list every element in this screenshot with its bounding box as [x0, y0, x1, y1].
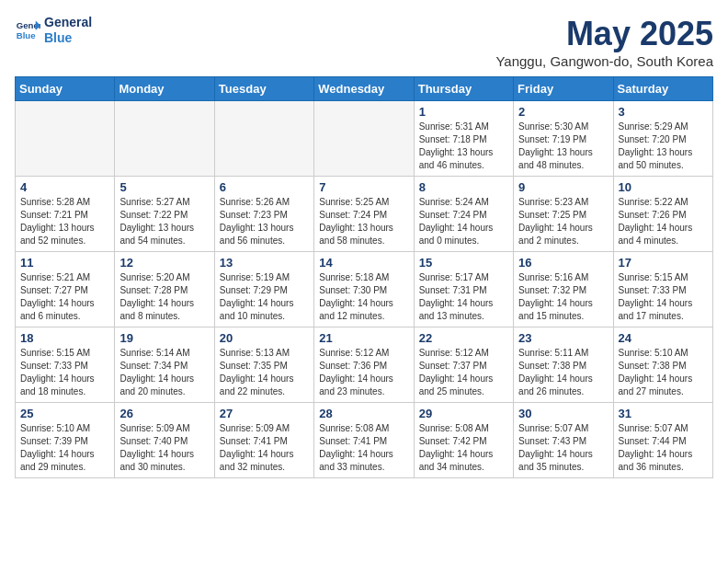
calendar-cell: 7Sunrise: 5:25 AM Sunset: 7:24 PM Daylig…: [314, 177, 414, 252]
calendar-cell: 29Sunrise: 5:08 AM Sunset: 7:42 PM Dayli…: [414, 403, 513, 478]
day-info: Sunrise: 5:24 AM Sunset: 7:24 PM Dayligh…: [419, 196, 508, 247]
day-number: 10: [619, 180, 708, 194]
day-info: Sunrise: 5:20 AM Sunset: 7:28 PM Dayligh…: [119, 271, 209, 323]
calendar-cell: 12Sunrise: 5:20 AM Sunset: 7:28 PM Dayli…: [115, 252, 214, 327]
calendar-cell: 14Sunrise: 5:18 AM Sunset: 7:30 PM Dayli…: [314, 252, 414, 327]
calendar-cell: 9Sunrise: 5:23 AM Sunset: 7:25 PM Daylig…: [514, 177, 613, 252]
day-number: 2: [518, 105, 608, 119]
weekday-header-friday: Friday: [514, 77, 613, 101]
day-info: Sunrise: 5:18 AM Sunset: 7:30 PM Dayligh…: [319, 271, 408, 323]
calendar-week-row: 1Sunrise: 5:31 AM Sunset: 7:18 PM Daylig…: [16, 101, 713, 177]
svg-text:Blue: Blue: [17, 30, 36, 40]
day-number: 6: [220, 180, 309, 194]
calendar-table: SundayMondayTuesdayWednesdayThursdayFrid…: [15, 76, 713, 478]
day-number: 11: [20, 256, 109, 270]
calendar-cell: 27Sunrise: 5:09 AM Sunset: 7:41 PM Dayli…: [214, 403, 313, 478]
calendar-cell: 26Sunrise: 5:09 AM Sunset: 7:40 PM Dayli…: [115, 403, 214, 478]
weekday-header-row: SundayMondayTuesdayWednesdayThursdayFrid…: [16, 77, 713, 101]
day-info: Sunrise: 5:07 AM Sunset: 7:43 PM Dayligh…: [518, 422, 608, 474]
day-info: Sunrise: 5:09 AM Sunset: 7:40 PM Dayligh…: [119, 422, 209, 474]
day-number: 12: [119, 256, 209, 270]
day-info: Sunrise: 5:22 AM Sunset: 7:26 PM Dayligh…: [619, 196, 708, 247]
logo: General Blue General Blue: [15, 15, 92, 46]
calendar-cell: 10Sunrise: 5:22 AM Sunset: 7:26 PM Dayli…: [613, 177, 712, 252]
day-number: 5: [119, 180, 209, 194]
calendar-cell: 20Sunrise: 5:13 AM Sunset: 7:35 PM Dayli…: [214, 327, 313, 403]
day-info: Sunrise: 5:19 AM Sunset: 7:29 PM Dayligh…: [220, 271, 309, 323]
day-number: 24: [619, 331, 708, 345]
day-info: Sunrise: 5:27 AM Sunset: 7:22 PM Dayligh…: [119, 196, 209, 247]
day-info: Sunrise: 5:09 AM Sunset: 7:41 PM Dayligh…: [220, 422, 309, 474]
day-info: Sunrise: 5:29 AM Sunset: 7:20 PM Dayligh…: [619, 121, 708, 172]
calendar-cell: 22Sunrise: 5:12 AM Sunset: 7:37 PM Dayli…: [414, 327, 513, 403]
calendar-cell: [16, 101, 115, 177]
calendar-cell: 18Sunrise: 5:15 AM Sunset: 7:33 PM Dayli…: [16, 327, 115, 403]
calendar-week-row: 11Sunrise: 5:21 AM Sunset: 7:27 PM Dayli…: [16, 252, 713, 327]
calendar-cell: 2Sunrise: 5:30 AM Sunset: 7:19 PM Daylig…: [514, 101, 613, 177]
day-number: 26: [119, 407, 209, 420]
day-info: Sunrise: 5:25 AM Sunset: 7:24 PM Dayligh…: [319, 196, 408, 247]
day-info: Sunrise: 5:12 AM Sunset: 7:36 PM Dayligh…: [319, 347, 408, 398]
day-number: 18: [20, 331, 109, 345]
calendar-cell: 17Sunrise: 5:15 AM Sunset: 7:33 PM Dayli…: [613, 252, 712, 327]
day-number: 31: [619, 407, 708, 420]
day-info: Sunrise: 5:31 AM Sunset: 7:18 PM Dayligh…: [419, 121, 508, 172]
calendar-cell: 21Sunrise: 5:12 AM Sunset: 7:36 PM Dayli…: [314, 327, 414, 403]
calendar-cell: 28Sunrise: 5:08 AM Sunset: 7:41 PM Dayli…: [314, 403, 414, 478]
day-number: 23: [518, 331, 608, 345]
month-year-title: May 2025: [495, 15, 713, 53]
calendar-week-row: 4Sunrise: 5:28 AM Sunset: 7:21 PM Daylig…: [16, 177, 713, 252]
calendar-cell: 11Sunrise: 5:21 AM Sunset: 7:27 PM Dayli…: [16, 252, 115, 327]
day-info: Sunrise: 5:11 AM Sunset: 7:38 PM Dayligh…: [518, 347, 608, 398]
day-number: 19: [119, 331, 209, 345]
day-info: Sunrise: 5:17 AM Sunset: 7:31 PM Dayligh…: [419, 271, 508, 323]
location-subtitle: Yanggu, Gangwon-do, South Korea: [495, 53, 713, 69]
weekday-header-tuesday: Tuesday: [214, 77, 313, 101]
calendar-cell: 15Sunrise: 5:17 AM Sunset: 7:31 PM Dayli…: [414, 252, 513, 327]
day-number: 28: [319, 407, 408, 420]
calendar-cell: [214, 101, 313, 177]
day-number: 27: [220, 407, 309, 420]
day-number: 30: [518, 407, 608, 420]
day-number: 22: [419, 331, 508, 345]
calendar-cell: [115, 101, 214, 177]
day-info: Sunrise: 5:07 AM Sunset: 7:44 PM Dayligh…: [619, 422, 708, 474]
logo-icon: General Blue: [15, 17, 40, 43]
day-number: 14: [319, 256, 408, 270]
day-number: 29: [419, 407, 508, 420]
day-number: 15: [419, 256, 508, 270]
day-number: 8: [419, 180, 508, 194]
calendar-cell: 8Sunrise: 5:24 AM Sunset: 7:24 PM Daylig…: [414, 177, 513, 252]
logo-text-general: General: [44, 15, 92, 30]
calendar-week-row: 25Sunrise: 5:10 AM Sunset: 7:39 PM Dayli…: [16, 403, 713, 478]
day-info: Sunrise: 5:10 AM Sunset: 7:38 PM Dayligh…: [619, 347, 708, 398]
title-area: May 2025 Yanggu, Gangwon-do, South Korea: [495, 15, 713, 69]
day-info: Sunrise: 5:15 AM Sunset: 7:33 PM Dayligh…: [20, 347, 109, 398]
day-number: 25: [20, 407, 109, 420]
calendar-cell: 16Sunrise: 5:16 AM Sunset: 7:32 PM Dayli…: [514, 252, 613, 327]
day-info: Sunrise: 5:30 AM Sunset: 7:19 PM Dayligh…: [518, 121, 608, 172]
day-number: 4: [20, 180, 109, 194]
calendar-cell: 30Sunrise: 5:07 AM Sunset: 7:43 PM Dayli…: [514, 403, 613, 478]
calendar-cell: 24Sunrise: 5:10 AM Sunset: 7:38 PM Dayli…: [613, 327, 712, 403]
logo-text-blue: Blue: [44, 30, 92, 46]
day-info: Sunrise: 5:23 AM Sunset: 7:25 PM Dayligh…: [518, 196, 608, 247]
day-info: Sunrise: 5:28 AM Sunset: 7:21 PM Dayligh…: [20, 196, 109, 247]
calendar-cell: 3Sunrise: 5:29 AM Sunset: 7:20 PM Daylig…: [613, 101, 712, 177]
calendar-cell: 25Sunrise: 5:10 AM Sunset: 7:39 PM Dayli…: [16, 403, 115, 478]
calendar-cell: 31Sunrise: 5:07 AM Sunset: 7:44 PM Dayli…: [613, 403, 712, 478]
day-info: Sunrise: 5:08 AM Sunset: 7:41 PM Dayligh…: [319, 422, 408, 474]
day-info: Sunrise: 5:21 AM Sunset: 7:27 PM Dayligh…: [20, 271, 109, 323]
day-number: 16: [518, 256, 608, 270]
calendar-cell: [314, 101, 414, 177]
day-info: Sunrise: 5:14 AM Sunset: 7:34 PM Dayligh…: [119, 347, 209, 398]
calendar-cell: 13Sunrise: 5:19 AM Sunset: 7:29 PM Dayli…: [214, 252, 313, 327]
calendar-cell: 6Sunrise: 5:26 AM Sunset: 7:23 PM Daylig…: [214, 177, 313, 252]
day-info: Sunrise: 5:08 AM Sunset: 7:42 PM Dayligh…: [419, 422, 508, 474]
calendar-week-row: 18Sunrise: 5:15 AM Sunset: 7:33 PM Dayli…: [16, 327, 713, 403]
weekday-header-monday: Monday: [115, 77, 214, 101]
day-info: Sunrise: 5:13 AM Sunset: 7:35 PM Dayligh…: [220, 347, 309, 398]
calendar-cell: 23Sunrise: 5:11 AM Sunset: 7:38 PM Dayli…: [514, 327, 613, 403]
day-info: Sunrise: 5:15 AM Sunset: 7:33 PM Dayligh…: [619, 271, 708, 323]
day-number: 20: [220, 331, 309, 345]
